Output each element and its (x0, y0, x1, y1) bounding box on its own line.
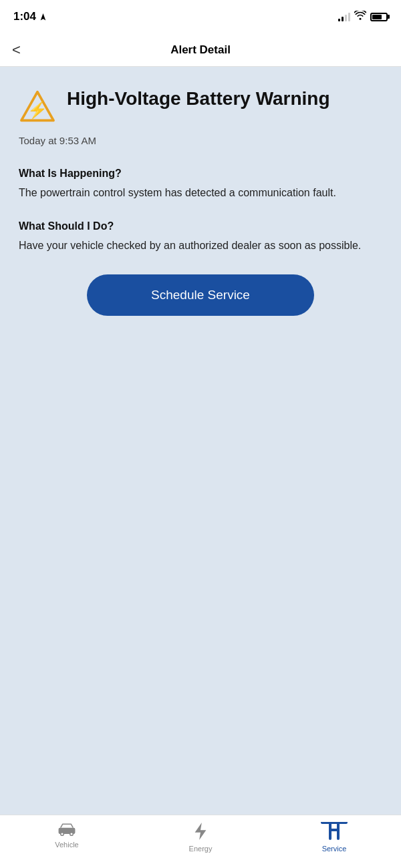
vehicle-icon (57, 822, 76, 841)
svg-point-3 (70, 833, 74, 836)
svg-text:⚡: ⚡ (27, 100, 48, 120)
what-todo-heading: What Should I Do? (19, 220, 382, 232)
svg-rect-6 (329, 829, 340, 831)
tab-vehicle-label: Vehicle (55, 841, 78, 849)
tab-energy-label: Energy (189, 845, 213, 853)
tab-active-indicator (321, 822, 348, 824)
alert-timestamp: Today at 9:53 AM (19, 135, 382, 146)
nav-header: < Alert Detail (0, 33, 401, 67)
svg-point-2 (61, 833, 64, 836)
tab-service[interactable]: Service (267, 822, 401, 853)
schedule-service-button[interactable]: Schedule Service (87, 274, 314, 316)
signal-bars-icon (338, 12, 350, 21)
what-happening-heading: What Is Happening? (19, 168, 382, 180)
back-button[interactable]: < (12, 41, 21, 59)
battery-icon (370, 13, 388, 21)
energy-icon (193, 822, 208, 845)
wifi-icon (354, 11, 366, 23)
tab-bar: Vehicle Energy Service (0, 815, 401, 868)
service-icon (326, 822, 342, 845)
warning-icon: ⚡ (19, 89, 56, 126)
tab-vehicle[interactable]: Vehicle (0, 822, 134, 849)
schedule-btn-wrap: Schedule Service (19, 274, 382, 316)
what-todo-body: Have your vehicle checked by an authoriz… (19, 238, 382, 254)
what-happening-body: The powertrain control system has detect… (19, 185, 382, 202)
tab-energy[interactable]: Energy (134, 822, 267, 853)
alert-title: High-Voltage Battery Warning (67, 87, 330, 110)
status-icons (338, 11, 388, 23)
location-arrow-icon (39, 13, 47, 21)
tab-service-label: Service (322, 845, 347, 853)
status-bar: 1:04 (0, 0, 401, 33)
status-time: 1:04 (13, 10, 47, 23)
alert-header: ⚡ High-Voltage Battery Warning (19, 87, 382, 126)
main-content: ⚡ High-Voltage Battery Warning Today at … (0, 67, 401, 815)
page-title: Alert Detail (170, 43, 231, 57)
